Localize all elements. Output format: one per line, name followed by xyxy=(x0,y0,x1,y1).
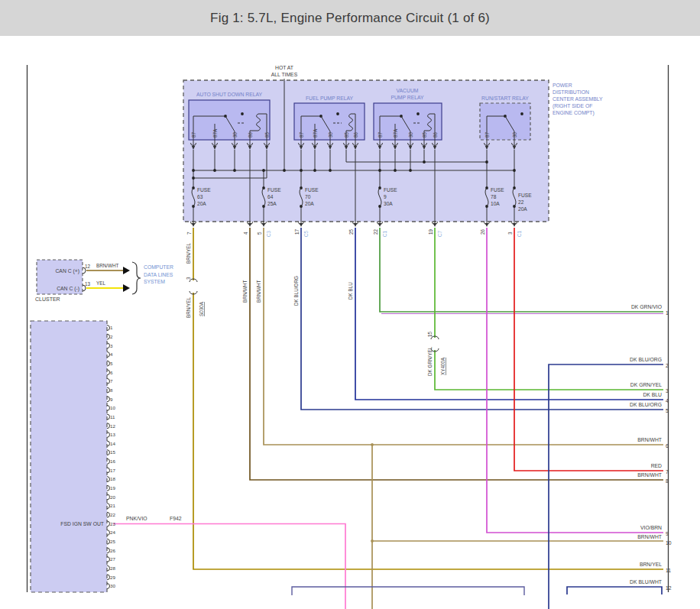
wire-pnk-vio-f942 xyxy=(113,524,345,609)
cluster-wire-label: YEL xyxy=(96,280,105,286)
wire-color-label: BRN/YEL xyxy=(186,243,191,264)
pcm-pin-number: 21 xyxy=(110,503,115,508)
right-wire-number: 4 xyxy=(666,398,669,403)
relay-title: RUN/START RELAY xyxy=(481,96,529,101)
cluster-pin-label: CAN C (-) xyxy=(57,286,79,292)
bus-junction-dot xyxy=(378,169,381,172)
offpage-arrow-icon xyxy=(123,267,130,274)
relay-pin-number: 30 xyxy=(328,131,333,138)
pcm-pin-number: 27 xyxy=(110,556,115,562)
wire-junction-dot xyxy=(371,443,374,446)
bus-junction-dot xyxy=(394,169,397,172)
right-wire-label: BRN/YEL xyxy=(640,562,662,567)
pdc-pin-number: 17 xyxy=(294,228,300,235)
wire-vio-brn-9 xyxy=(487,228,663,533)
relay-title: VACUUM xyxy=(397,88,419,93)
pdc-connector-label: C7 xyxy=(437,230,442,237)
right-wire-number: 12 xyxy=(666,585,672,591)
pcm-pin-number: 9 xyxy=(110,397,113,402)
pdc-pin-number: 22 xyxy=(373,228,378,235)
wire-red-7 xyxy=(514,228,663,471)
right-wire-number: 9 xyxy=(666,531,669,536)
destination-system-label: SYSTEM xyxy=(144,279,165,284)
wire-color-label: BRN/WHT xyxy=(256,280,261,303)
pcm-pin-number: 30 xyxy=(110,583,115,588)
cluster-caption: CLUSTER xyxy=(35,296,60,302)
pdc-pin-number: 7 xyxy=(186,232,192,235)
right-wire-label: DK GRN/VIO xyxy=(631,304,662,309)
pdc-label-line: ENGINE COMPT) xyxy=(553,110,595,116)
pcm-pin-number: 13 xyxy=(110,432,115,437)
wire-junction-dot xyxy=(371,539,374,543)
pcm-pin-number: 25 xyxy=(110,539,115,544)
pdc-label-line: CENTER ASSEMBLY xyxy=(553,96,603,102)
bus-junction-dot xyxy=(233,169,236,172)
fuse-number: 70 xyxy=(305,194,311,199)
relay-pin-number: 85 xyxy=(344,131,349,138)
pcm-pin-number: 6 xyxy=(110,370,113,375)
relay-pin-number: 86 xyxy=(353,131,358,138)
right-wire-label: DK BLU/ORG xyxy=(630,357,662,362)
fuse-number: 78 xyxy=(491,194,497,199)
right-wire-number: 8 xyxy=(666,478,669,484)
relay-title: PUMP RELAY xyxy=(391,95,424,100)
relay-pin-number: 85 xyxy=(264,131,270,138)
destination-system-label: DATA LINES xyxy=(144,272,173,277)
fuse-amps: 20A xyxy=(518,206,527,212)
wiring-diagram: HOT ATALL TIMESPOWERDISTRIBUTIONCENTER A… xyxy=(0,0,700,609)
wire-dk-blu-org-2 xyxy=(549,364,663,609)
pdc-pin-arrow-icon xyxy=(485,223,489,227)
cluster-wire-label: BRN/WHT xyxy=(96,263,119,268)
pcm-pin-number: 11 xyxy=(110,414,115,419)
cluster-pin-label: CAN C (+) xyxy=(55,268,79,274)
pcm-pin-number: 5 xyxy=(110,361,113,366)
right-wire-number: 6 xyxy=(666,443,669,449)
pdc-connector-label: C5 xyxy=(303,230,309,237)
relay-title: AUTO SHUT DOWN RELAY xyxy=(196,92,263,97)
bus-junction-dot xyxy=(329,169,332,172)
fuse-number: 63 xyxy=(197,194,203,199)
pcm-pin-number: 12 xyxy=(110,423,115,429)
cluster-pin-number: 12 xyxy=(85,264,91,269)
pcm-pin-number: 8 xyxy=(110,387,113,393)
fuse-label: FUSE xyxy=(518,193,532,198)
right-wire-number: 7 xyxy=(666,469,669,475)
relay-pin-number: 30 xyxy=(408,131,413,138)
fuse-number: 22 xyxy=(518,199,524,205)
pcm-box xyxy=(31,321,107,592)
right-wire-label: DK GRN/YEL xyxy=(630,382,662,387)
relay-pin-number: 30 xyxy=(232,131,238,138)
right-wire-number: 10 xyxy=(666,540,672,546)
pcm-circuit-number: F942 xyxy=(170,516,182,521)
fuse-amps: 25A xyxy=(267,201,277,206)
pdc-pin-arrow-icon xyxy=(300,223,303,227)
right-wire-label: DK BLU/ORG xyxy=(630,402,662,407)
wire-brn-wht-8 xyxy=(250,228,663,480)
fuse-number: 64 xyxy=(267,194,274,199)
pcm-wire-color-label: PNK/VIO xyxy=(126,516,147,521)
pdc-label-line: (RIGHT SIDE OF xyxy=(553,103,592,109)
relay-pin-number: 30 xyxy=(512,131,517,138)
pcm-pin-number: 16 xyxy=(110,458,115,464)
pdc-pin-arrow-icon xyxy=(192,223,196,227)
right-wire-label: BRN/WHT xyxy=(637,437,662,442)
relay-pin-number: 87 xyxy=(299,131,304,138)
cluster-pin-number: 13 xyxy=(85,281,91,287)
pdc-pin-number: 5 xyxy=(257,232,262,235)
pdc-pin-number: 19 xyxy=(428,228,433,235)
fuse-label: FUSE xyxy=(305,187,319,193)
fuse-amps: 20A xyxy=(305,201,314,206)
inline-connector-link-xy400a[interactable]: XY400A xyxy=(440,357,446,375)
right-wire-number: 11 xyxy=(666,568,671,573)
pcm-pin-number: 19 xyxy=(110,485,115,491)
fuse-label: FUSE xyxy=(267,187,281,193)
pcm-pin-number: 29 xyxy=(110,575,115,580)
bus-junction-dot xyxy=(409,169,412,172)
fuse-number: 9 xyxy=(384,194,387,199)
inline-connector-link-s030a[interactable]: S030A xyxy=(199,301,204,316)
relay-contact-dot xyxy=(416,112,420,115)
fuse-amps: 10A xyxy=(491,201,500,206)
pcm-pin-number: 24 xyxy=(110,530,115,535)
pcm-pin-number: 22 xyxy=(110,512,115,517)
bus-junction-dot xyxy=(513,169,516,172)
